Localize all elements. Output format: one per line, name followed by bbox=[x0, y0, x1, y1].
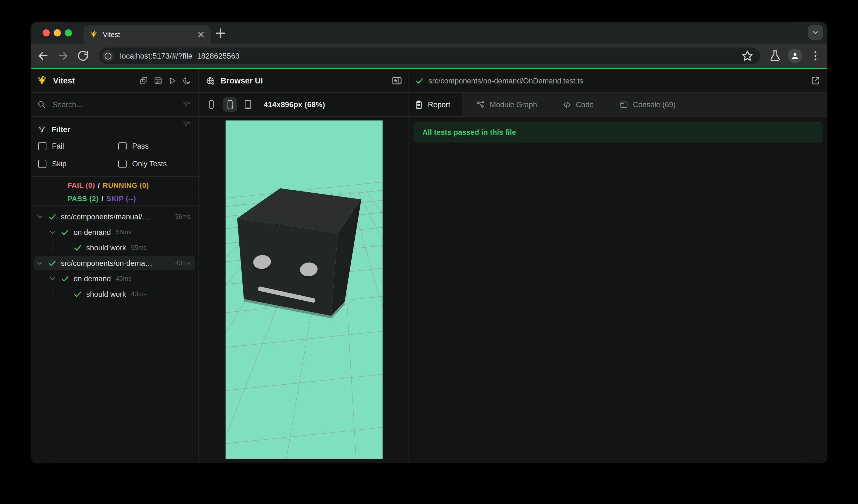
checkbox-label: Fail bbox=[52, 142, 64, 150]
back-button[interactable] bbox=[36, 49, 50, 63]
bookmark-star-icon[interactable] bbox=[741, 49, 754, 63]
clear-search-filter-icon[interactable] bbox=[182, 100, 191, 109]
phone-small-icon[interactable] bbox=[205, 98, 217, 111]
filter-checkbox-pass[interactable]: Pass bbox=[118, 139, 198, 153]
viewport-size-label: 414x896px (68%) bbox=[264, 100, 325, 109]
suite-name: on demand bbox=[74, 228, 111, 236]
site-info-icon[interactable] bbox=[102, 50, 114, 62]
test-file-path: src/components/on-demand/OnDemand.test.t… bbox=[428, 77, 583, 85]
skip-count: SKIP (--) bbox=[107, 195, 136, 203]
console-icon bbox=[619, 100, 629, 109]
tab-label: Console (69) bbox=[633, 100, 676, 109]
browser-ui-panel: Browser UI bbox=[199, 69, 409, 463]
tab-report[interactable]: Report bbox=[409, 93, 462, 116]
chevron-down-icon[interactable] bbox=[35, 259, 44, 267]
test-duration: 43ms bbox=[131, 291, 146, 297]
tree-row-test[interactable]: should work 43ms bbox=[31, 286, 198, 302]
checkbox[interactable] bbox=[118, 142, 127, 150]
open-external-icon[interactable] bbox=[810, 75, 821, 86]
chevron-down-icon[interactable] bbox=[48, 228, 57, 237]
phone-plus-icon-selected[interactable] bbox=[223, 97, 237, 112]
code-icon bbox=[562, 100, 571, 109]
tab-label: Code bbox=[576, 100, 594, 109]
filter-checkbox-skip[interactable]: Skip bbox=[38, 157, 118, 171]
pass-check-icon bbox=[415, 76, 424, 85]
robot-cube bbox=[237, 188, 361, 317]
tab-console[interactable]: Console (69) bbox=[615, 93, 676, 116]
test-name: should work bbox=[86, 290, 126, 298]
threejs-scene bbox=[225, 120, 383, 459]
filter-title: Filter bbox=[51, 125, 70, 134]
pass-check-icon bbox=[73, 289, 82, 299]
vitest-logo-icon bbox=[36, 75, 48, 86]
windows-restore-icon[interactable] bbox=[138, 75, 149, 86]
chevron-down-icon[interactable] bbox=[35, 212, 44, 221]
filter-checkbox-fail[interactable]: Fail bbox=[38, 139, 118, 153]
dashboard-report-icon[interactable] bbox=[153, 75, 164, 86]
url-bar[interactable]: localhost:5173/#/?file=1828625563 bbox=[99, 48, 760, 64]
experiments-flask-icon[interactable] bbox=[768, 49, 782, 63]
banner-text: All tests passed in this file bbox=[423, 128, 516, 136]
search-input[interactable] bbox=[51, 100, 164, 109]
tab-module-graph[interactable]: Module Graph bbox=[472, 93, 537, 116]
tablet-icon[interactable] bbox=[242, 98, 254, 111]
checkbox-label: Pass bbox=[132, 142, 149, 150]
tree-row-test[interactable]: should work 55ms bbox=[31, 240, 198, 255]
url-text: localhost:5173/#/?file=1828625563 bbox=[120, 52, 240, 60]
test-file-name: src/components/on-dema… bbox=[61, 259, 153, 267]
checkbox[interactable] bbox=[38, 142, 46, 150]
dark-mode-moon-icon[interactable] bbox=[181, 75, 192, 86]
tree-row-file-selected[interactable]: src/components/on-dema… 43ms bbox=[31, 255, 198, 271]
clear-filters-icon[interactable] bbox=[182, 120, 191, 129]
test-explorer-sidebar: Vitest bbox=[31, 69, 199, 463]
zoom-window-button[interactable] bbox=[65, 29, 72, 36]
detail-tabs: Report Module Graph Code bbox=[409, 93, 827, 117]
tab-label: Report bbox=[428, 100, 450, 109]
dock-panel-right-icon[interactable] bbox=[392, 75, 402, 86]
pass-check-icon bbox=[73, 243, 82, 252]
tree-row-suite[interactable]: on demand 43ms bbox=[31, 271, 198, 286]
browser-toolbar: localhost:5173/#/?file=1828625563 bbox=[31, 44, 827, 68]
browser-tabstrip: Vitest bbox=[31, 22, 827, 44]
search-icon bbox=[37, 100, 46, 109]
tree-row-file[interactable]: src/components/manual/… 56ms bbox=[31, 209, 198, 224]
vitest-app: Vitest bbox=[31, 68, 827, 463]
running-count: RUNNING (0) bbox=[103, 181, 149, 190]
module-graph-icon bbox=[476, 100, 486, 109]
desktop: Vitest bbox=[0, 0, 858, 504]
test-duration: 56ms bbox=[116, 229, 131, 235]
run-all-play-icon[interactable] bbox=[167, 75, 178, 86]
tree-row-suite[interactable]: on demand 56ms bbox=[31, 224, 198, 240]
test-duration: 43ms bbox=[175, 260, 191, 266]
chevron-down-icon[interactable] bbox=[48, 274, 57, 283]
new-tab-button[interactable] bbox=[213, 26, 228, 40]
checkbox[interactable] bbox=[118, 160, 127, 168]
test-duration: 43ms bbox=[116, 275, 131, 282]
forward-button[interactable] bbox=[57, 49, 70, 63]
preview-canvas[interactable] bbox=[225, 120, 383, 459]
globe-icon bbox=[206, 76, 215, 85]
pass-check-icon bbox=[48, 258, 57, 268]
profile-avatar[interactable] bbox=[788, 49, 802, 63]
tab-search-chevron-button[interactable] bbox=[808, 25, 823, 40]
stats-separator: / bbox=[101, 195, 104, 203]
pass-count: PASS (2) bbox=[67, 195, 99, 203]
filter-section: Filter Fail Pass bbox=[31, 117, 198, 177]
test-name: should work bbox=[86, 243, 126, 252]
all-tests-passed-banner: All tests passed in this file bbox=[414, 122, 823, 143]
pass-check-icon bbox=[48, 212, 57, 221]
minimize-window-button[interactable] bbox=[54, 29, 61, 36]
device-toolbar: 414x896px (68%) bbox=[199, 93, 409, 117]
funnel-filter-icon bbox=[37, 125, 46, 133]
fail-count: FAIL (0) bbox=[67, 181, 95, 190]
filter-checkbox-only-tests[interactable]: Only Tests bbox=[118, 157, 198, 171]
tab-code[interactable]: Code bbox=[558, 93, 594, 116]
close-tab-icon[interactable] bbox=[196, 30, 206, 39]
checkbox-label: Only Tests bbox=[132, 160, 167, 168]
reload-button[interactable] bbox=[76, 49, 90, 63]
close-window-button[interactable] bbox=[43, 29, 50, 36]
app-title: Vitest bbox=[53, 76, 75, 85]
browser-tab-vitest[interactable]: Vitest bbox=[83, 26, 211, 44]
checkbox[interactable] bbox=[38, 160, 46, 168]
browser-menu-kebab-icon[interactable] bbox=[809, 49, 822, 63]
